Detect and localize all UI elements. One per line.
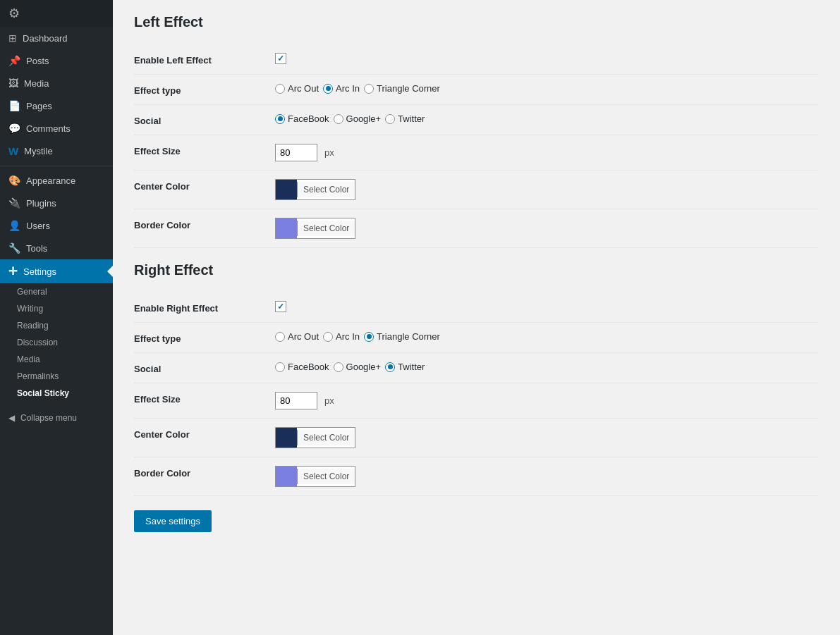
wp-logo-icon: ⚙ [8, 6, 20, 21]
googleplus-right-option[interactable]: Google+ [334, 362, 382, 372]
center-color-right-control: Select Color [275, 427, 819, 448]
twitter-right-option[interactable]: Twitter [385, 362, 425, 372]
users-icon: 👤 [8, 220, 20, 231]
facebook-left-radio[interactable] [275, 114, 285, 124]
center-color-left-label: Center Color [134, 179, 275, 192]
effect-size-right-label: Effect Size [134, 392, 275, 405]
enable-left-effect-checkbox[interactable] [275, 53, 286, 64]
arc-in-left-radio[interactable] [323, 84, 333, 94]
tools-icon: 🔧 [8, 242, 20, 254]
twitter-left-option[interactable]: Twitter [385, 113, 425, 124]
effect-size-left-input[interactable] [275, 144, 317, 161]
submenu-social-sticky[interactable]: Social Sticky [0, 385, 113, 402]
effect-size-right-control: px [275, 392, 819, 409]
submenu-reading[interactable]: Reading [0, 317, 113, 334]
twitter-right-radio[interactable] [385, 362, 395, 372]
mystile-icon: W [8, 145, 18, 157]
triangle-left-radio[interactable] [364, 84, 374, 94]
plugins-icon: 🔌 [8, 197, 20, 209]
center-color-left-button[interactable]: Select Color [275, 179, 355, 200]
center-color-right-button[interactable]: Select Color [275, 427, 355, 448]
border-color-left-button[interactable]: Select Color [275, 218, 355, 239]
social-left-row: Social FaceBook Google+ Twitter [134, 105, 819, 135]
border-color-right-label: Border Color [134, 466, 275, 479]
settings-icon: ✛ [8, 265, 18, 278]
facebook-left-option[interactable]: FaceBook [275, 113, 329, 124]
triangle-right-label: Triangle Corner [377, 331, 440, 342]
comments-icon: 💬 [8, 123, 20, 134]
arc-out-left-radio[interactable] [275, 84, 285, 94]
appearance-icon: 🎨 [8, 175, 20, 186]
left-effect-title: Left Effect [134, 14, 819, 30]
save-settings-button[interactable]: Save settings [134, 510, 212, 532]
sidebar-item-posts[interactable]: 📌 Posts [0, 49, 113, 72]
arc-out-left-label: Arc Out [288, 83, 319, 94]
enable-right-effect-label: Enable Right Effect [134, 301, 275, 314]
sidebar-item-pages[interactable]: 📄 Pages [0, 94, 113, 117]
effect-type-right-row: Effect type Arc Out Arc In Triangle Corn… [134, 323, 819, 353]
border-color-right-button[interactable]: Select Color [275, 466, 355, 487]
triangle-left-label: Triangle Corner [377, 83, 440, 94]
effect-size-left-label: Effect Size [134, 144, 275, 156]
sidebar-item-comments[interactable]: 💬 Comments [0, 117, 113, 140]
sidebar-item-media[interactable]: 🖼 Media [0, 72, 113, 94]
submenu-writing[interactable]: Writing [0, 300, 113, 317]
submenu-permalinks[interactable]: Permalinks [0, 368, 113, 385]
twitter-left-radio[interactable] [385, 114, 395, 124]
social-right-row: Social FaceBook Google+ Twitter [134, 353, 819, 383]
center-color-left-row: Center Color Select Color [134, 171, 819, 209]
sidebar-item-plugins[interactable]: 🔌 Plugins [0, 192, 113, 214]
social-left-control: FaceBook Google+ Twitter [275, 113, 819, 124]
arc-out-right-option[interactable]: Arc Out [275, 331, 319, 342]
border-color-left-control: Select Color [275, 218, 819, 239]
border-color-right-row: Border Color Select Color [134, 457, 819, 496]
effect-type-left-control: Arc Out Arc In Triangle Corner [275, 83, 819, 94]
twitter-left-label: Twitter [398, 113, 425, 124]
social-right-control: FaceBook Google+ Twitter [275, 362, 819, 372]
center-color-left-swatch [276, 180, 297, 199]
googleplus-left-option[interactable]: Google+ [334, 113, 382, 124]
googleplus-right-radio[interactable] [334, 362, 343, 372]
submenu-general[interactable]: General [0, 283, 113, 300]
effect-type-left-label: Effect type [134, 83, 275, 96]
arc-out-right-radio[interactable] [275, 332, 285, 342]
collapse-arrow-icon: ◀ [8, 413, 15, 423]
facebook-right-option[interactable]: FaceBook [275, 362, 329, 372]
googleplus-left-radio[interactable] [334, 114, 343, 124]
center-color-left-text: Select Color [297, 182, 355, 197]
arc-out-left-option[interactable]: Arc Out [275, 83, 319, 94]
sidebar-item-settings[interactable]: ✛ Settings [0, 259, 113, 283]
right-effect-title: Right Effect [134, 262, 819, 278]
center-color-right-label: Center Color [134, 427, 275, 440]
triangle-right-option[interactable]: Triangle Corner [364, 331, 440, 342]
submenu-media[interactable]: Media [0, 351, 113, 368]
arc-in-left-option[interactable]: Arc In [323, 83, 360, 94]
collapse-menu-button[interactable]: ◀ Collapse menu [0, 407, 113, 429]
triangle-right-radio[interactable] [364, 332, 374, 342]
sidebar-item-appearance[interactable]: 🎨 Appearance [0, 169, 113, 192]
social-right-label: Social [134, 362, 275, 374]
enable-right-effect-control [275, 301, 819, 312]
effect-size-right-input[interactable] [275, 392, 317, 409]
twitter-right-label: Twitter [398, 362, 425, 372]
arc-in-right-option[interactable]: Arc In [323, 331, 360, 342]
arc-in-right-radio[interactable] [323, 332, 333, 342]
border-color-left-row: Border Color Select Color [134, 209, 819, 248]
sidebar-item-mystile[interactable]: W Mystile [0, 140, 113, 163]
border-color-left-swatch [276, 218, 297, 238]
sidebar-item-users[interactable]: 👤 Users [0, 214, 113, 237]
googleplus-left-label: Google+ [346, 113, 382, 124]
submenu-discussion[interactable]: Discussion [0, 334, 113, 351]
border-color-right-text: Select Color [297, 469, 355, 484]
sidebar-item-tools[interactable]: 🔧 Tools [0, 237, 113, 259]
pages-icon: 📄 [8, 100, 20, 111]
enable-right-effect-checkbox[interactable] [275, 301, 286, 312]
triangle-left-option[interactable]: Triangle Corner [364, 83, 440, 94]
border-color-left-label: Border Color [134, 218, 275, 230]
effect-size-left-unit: px [324, 147, 334, 158]
facebook-right-radio[interactable] [275, 362, 285, 372]
sidebar-item-dashboard[interactable]: ⊞ Dashboard [0, 27, 113, 49]
effect-size-right-row: Effect Size px [134, 383, 819, 419]
left-effect-section: Left Effect Enable Left Effect Effect ty… [134, 14, 819, 248]
border-color-right-swatch [276, 467, 297, 486]
